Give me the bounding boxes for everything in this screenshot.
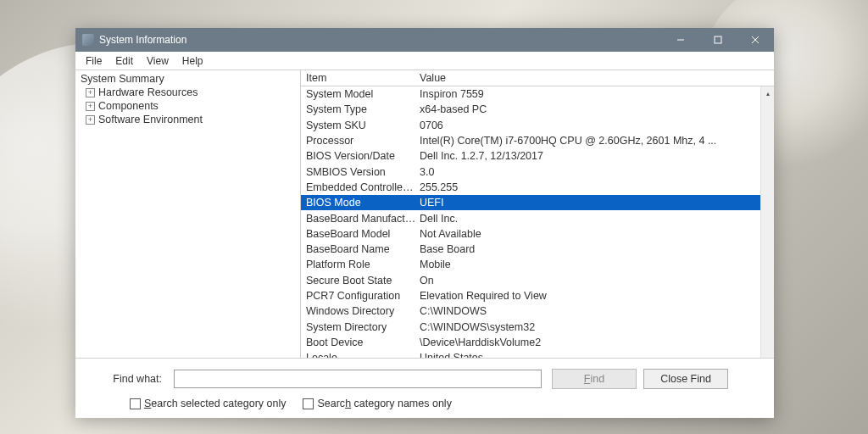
tree-item-components[interactable]: +Components <box>75 99 300 113</box>
cell-item: BIOS Version/Date <box>301 150 416 162</box>
cell-value: \Device\HarddiskVolume2 <box>416 337 774 348</box>
cell-value: Base Board <box>416 243 774 255</box>
svg-rect-1 <box>715 36 721 43</box>
cell-value: 0706 <box>416 120 774 131</box>
cell-value: C:\WINDOWS <box>416 305 774 317</box>
cell-value: United States <box>416 352 774 358</box>
category-tree[interactable]: System Summary +Hardware Resources +Comp… <box>75 70 301 358</box>
header-item[interactable]: Item <box>301 72 416 84</box>
cell-item: Platform Role <box>301 259 416 270</box>
table-row[interactable]: System DirectoryC:\WINDOWS\system32 <box>301 319 774 334</box>
detail-panel: Item Value System ModelInspiron 7559Syst… <box>301 70 774 358</box>
table-row[interactable]: PCR7 ConfigurationElevation Required to … <box>301 288 774 303</box>
table-row[interactable]: BaseBoard ManufacturerDell Inc. <box>301 210 774 225</box>
menu-edit[interactable]: Edit <box>108 53 140 69</box>
cell-item: SMBIOS Version <box>301 166 416 178</box>
cell-item: BaseBoard Model <box>301 228 416 240</box>
table-row[interactable]: BaseBoard ModelNot Available <box>301 226 774 242</box>
tree-item-hardware-resources[interactable]: +Hardware Resources <box>75 86 300 99</box>
cell-item: Secure Boot State <box>301 275 416 287</box>
find-panel: Find what: Find Close Find Search select… <box>75 359 774 418</box>
cell-item: BaseBoard Name <box>301 243 416 255</box>
cell-item: Boot Device <box>301 337 416 348</box>
table-row[interactable]: System ModelInspiron 7559 <box>301 86 774 102</box>
cell-item: System SKU <box>301 120 416 131</box>
table-row[interactable]: Boot Device\Device\HarddiskVolume2 <box>301 335 774 350</box>
checkbox-icon[interactable] <box>130 398 141 409</box>
find-input[interactable] <box>174 370 542 388</box>
cell-item: BaseBoard Manufacturer <box>301 213 416 225</box>
cell-value: UEFI <box>416 197 774 209</box>
column-headers[interactable]: Item Value <box>301 70 774 86</box>
cell-value: 3.0 <box>416 166 774 178</box>
menubar: File Edit View Help <box>75 52 774 70</box>
cell-value: On <box>416 275 774 287</box>
content-area: System Summary +Hardware Resources +Comp… <box>75 70 774 359</box>
cell-value: Elevation Required to View <box>416 290 774 302</box>
menu-file[interactable]: File <box>79 53 108 69</box>
app-icon <box>82 34 94 46</box>
cell-item: Locale <box>301 352 416 358</box>
search-category-names-checkbox[interactable]: Search category names only <box>303 398 451 409</box>
expand-icon[interactable]: + <box>86 102 95 111</box>
menu-help[interactable]: Help <box>175 53 210 69</box>
cell-value: 255.255 <box>416 181 774 193</box>
cell-item: Embedded Controller V... <box>301 181 416 193</box>
table-row[interactable]: LocaleUnited States <box>301 350 774 358</box>
table-row[interactable]: ProcessorIntel(R) Core(TM) i7-6700HQ CPU… <box>301 133 774 148</box>
table-row[interactable]: SMBIOS Version3.0 <box>301 164 774 179</box>
cell-value: Intel(R) Core(TM) i7-6700HQ CPU @ 2.60GH… <box>416 135 774 147</box>
table-row[interactable]: BIOS ModeUEFI <box>301 195 774 210</box>
table-row[interactable]: Windows DirectoryC:\WINDOWS <box>301 303 774 319</box>
table-row[interactable]: Platform RoleMobile <box>301 257 774 272</box>
find-label: Find what: <box>99 373 162 385</box>
checkbox-icon[interactable] <box>303 398 314 409</box>
cell-value: Not Available <box>416 228 774 240</box>
tree-root-system-summary[interactable]: System Summary <box>75 72 300 86</box>
menu-view[interactable]: View <box>140 53 175 69</box>
cell-value: x64-based PC <box>416 103 774 115</box>
titlebar[interactable]: System Information <box>75 28 774 52</box>
scroll-up-icon[interactable]: ▴ <box>761 86 774 100</box>
cell-item: Windows Directory <box>301 305 416 317</box>
close-button[interactable] <box>737 28 774 52</box>
table-row[interactable]: Embedded Controller V...255.255 <box>301 180 774 195</box>
close-find-button[interactable]: Close Find <box>643 369 728 389</box>
table-row[interactable]: Secure Boot StateOn <box>301 273 774 288</box>
maximize-button[interactable] <box>699 28 737 52</box>
vertical-scrollbar[interactable]: ▴ <box>760 86 774 358</box>
minimize-button[interactable] <box>662 28 699 52</box>
cell-item: PCR7 Configuration <box>301 290 416 302</box>
search-selected-category-checkbox[interactable]: Search selected category only <box>130 398 286 409</box>
expand-icon[interactable]: + <box>86 88 95 97</box>
system-information-window: System Information File Edit View Help S… <box>75 28 774 418</box>
cell-value: Mobile <box>416 259 774 270</box>
table-row[interactable]: BIOS Version/DateDell Inc. 1.2.7, 12/13/… <box>301 148 774 164</box>
tree-item-software-environment[interactable]: +Software Environment <box>75 113 300 126</box>
cell-item: System Model <box>301 88 416 100</box>
cell-value: Inspiron 7559 <box>416 88 774 100</box>
table-row[interactable]: BaseBoard NameBase Board <box>301 242 774 257</box>
expand-icon[interactable]: + <box>86 115 95 125</box>
header-value[interactable]: Value <box>416 72 774 84</box>
cell-item: System Directory <box>301 321 416 333</box>
cell-value: Dell Inc. 1.2.7, 12/13/2017 <box>416 150 774 162</box>
table-row[interactable]: System Typex64-based PC <box>301 102 774 117</box>
cell-item: Processor <box>301 135 416 147</box>
cell-item: System Type <box>301 103 416 115</box>
cell-value: C:\WINDOWS\system32 <box>416 321 774 333</box>
window-title: System Information <box>99 34 662 46</box>
find-button[interactable]: Find <box>552 369 637 389</box>
table-row[interactable]: System SKU0706 <box>301 118 774 133</box>
detail-list[interactable]: System ModelInspiron 7559System Typex64-… <box>301 86 774 358</box>
cell-value: Dell Inc. <box>416 213 774 225</box>
cell-item: BIOS Mode <box>301 197 416 209</box>
